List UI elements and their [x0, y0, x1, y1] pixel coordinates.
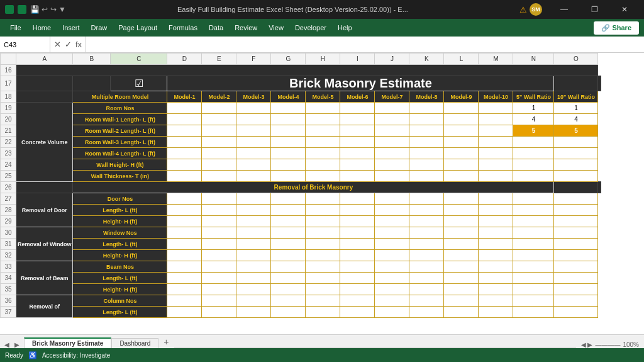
r21-m[interactable]	[479, 125, 513, 137]
r25-h[interactable]	[306, 171, 340, 182]
r25-e[interactable]	[202, 171, 236, 182]
r35-h[interactable]	[306, 284, 340, 295]
r29-e[interactable]	[202, 216, 236, 227]
r34-o[interactable]	[554, 273, 598, 284]
r21-e[interactable]	[202, 125, 236, 137]
r37-d[interactable]	[167, 307, 202, 318]
menu-help[interactable]: Help	[333, 21, 357, 34]
r31-h[interactable]	[306, 239, 340, 250]
r29-g[interactable]	[271, 216, 306, 227]
r23-g[interactable]	[271, 148, 306, 159]
r29-i[interactable]	[340, 216, 375, 227]
prev-sheet-btn[interactable]: ◀	[3, 341, 11, 348]
r31-d[interactable]	[167, 239, 202, 250]
r27-l[interactable]	[444, 193, 479, 205]
r37-i[interactable]	[340, 307, 375, 318]
r32-m[interactable]	[479, 250, 513, 261]
r34-l[interactable]	[444, 273, 479, 284]
r30-i[interactable]	[340, 227, 375, 239]
r35-j[interactable]	[375, 284, 409, 295]
r22-k[interactable]	[409, 137, 444, 148]
r33-n[interactable]	[513, 261, 554, 273]
r19-k[interactable]	[409, 103, 444, 114]
r30-n[interactable]	[513, 227, 554, 239]
r35-m[interactable]	[479, 284, 513, 295]
r32-h[interactable]	[306, 250, 340, 261]
r37-f[interactable]	[236, 307, 271, 318]
r30-h[interactable]	[306, 227, 340, 239]
r22-h[interactable]	[306, 137, 340, 148]
r29-h[interactable]	[306, 216, 340, 227]
r24-l[interactable]	[444, 159, 479, 171]
r24-g[interactable]	[271, 159, 306, 171]
r27-o[interactable]	[554, 193, 598, 205]
r37-k[interactable]	[409, 307, 444, 318]
r28-j[interactable]	[375, 205, 409, 216]
r33-i[interactable]	[340, 261, 375, 273]
r22-n[interactable]	[513, 137, 554, 148]
menu-formulas[interactable]: Formulas	[164, 21, 203, 34]
r22-o[interactable]	[554, 137, 598, 148]
r31-e[interactable]	[202, 239, 236, 250]
r28-n[interactable]	[513, 205, 554, 216]
r29-j[interactable]	[375, 216, 409, 227]
r29-k[interactable]	[409, 216, 444, 227]
r20-l[interactable]	[444, 114, 479, 125]
r30-d[interactable]	[167, 227, 202, 239]
r19-o[interactable]: 1	[554, 103, 598, 114]
r21-l[interactable]	[444, 125, 479, 137]
r24-i[interactable]	[340, 159, 375, 171]
r32-j[interactable]	[375, 250, 409, 261]
r31-f[interactable]	[236, 239, 271, 250]
r32-k[interactable]	[409, 250, 444, 261]
maximize-button[interactable]: ❐	[580, 0, 609, 19]
r37-h[interactable]	[306, 307, 340, 318]
r28-f[interactable]	[236, 205, 271, 216]
r30-f[interactable]	[236, 227, 271, 239]
r35-l[interactable]	[444, 284, 479, 295]
r20-d[interactable]	[167, 114, 202, 125]
r28-m[interactable]	[479, 205, 513, 216]
r32-d[interactable]	[167, 250, 202, 261]
save-icon[interactable]	[5, 5, 14, 14]
r27-m[interactable]	[479, 193, 513, 205]
r23-f[interactable]	[236, 148, 271, 159]
r19-d[interactable]	[167, 103, 202, 114]
r21-j[interactable]	[375, 125, 409, 137]
r27-f[interactable]	[236, 193, 271, 205]
r20-g[interactable]	[271, 114, 306, 125]
r34-g[interactable]	[271, 273, 306, 284]
r28-h[interactable]	[306, 205, 340, 216]
formula-cancel[interactable]: ✕	[53, 40, 62, 49]
r27-d[interactable]	[167, 193, 202, 205]
r23-d[interactable]	[167, 148, 202, 159]
r30-g[interactable]	[271, 227, 306, 239]
r35-e[interactable]	[202, 284, 236, 295]
r19-n[interactable]: 1	[513, 103, 554, 114]
menu-data[interactable]: Data	[204, 21, 228, 34]
r32-i[interactable]	[340, 250, 375, 261]
r30-m[interactable]	[479, 227, 513, 239]
r20-k[interactable]	[409, 114, 444, 125]
menu-developer[interactable]: Developer	[290, 21, 331, 34]
r34-n[interactable]	[513, 273, 554, 284]
r29-d[interactable]	[167, 216, 202, 227]
r24-e[interactable]	[202, 159, 236, 171]
r33-h[interactable]	[306, 261, 340, 273]
r22-l[interactable]	[444, 137, 479, 148]
menu-review[interactable]: Review	[230, 21, 262, 34]
r36-f[interactable]	[236, 295, 271, 307]
r36-l[interactable]	[444, 295, 479, 307]
r28-k[interactable]	[409, 205, 444, 216]
r37-e[interactable]	[202, 307, 236, 318]
r23-e[interactable]	[202, 148, 236, 159]
r24-o[interactable]	[554, 159, 598, 171]
r22-e[interactable]	[202, 137, 236, 148]
r19-j[interactable]	[375, 103, 409, 114]
r28-d[interactable]	[167, 205, 202, 216]
r19-e[interactable]	[202, 103, 236, 114]
r20-i[interactable]	[340, 114, 375, 125]
r36-k[interactable]	[409, 295, 444, 307]
r31-n[interactable]	[513, 239, 554, 250]
r23-l[interactable]	[444, 148, 479, 159]
